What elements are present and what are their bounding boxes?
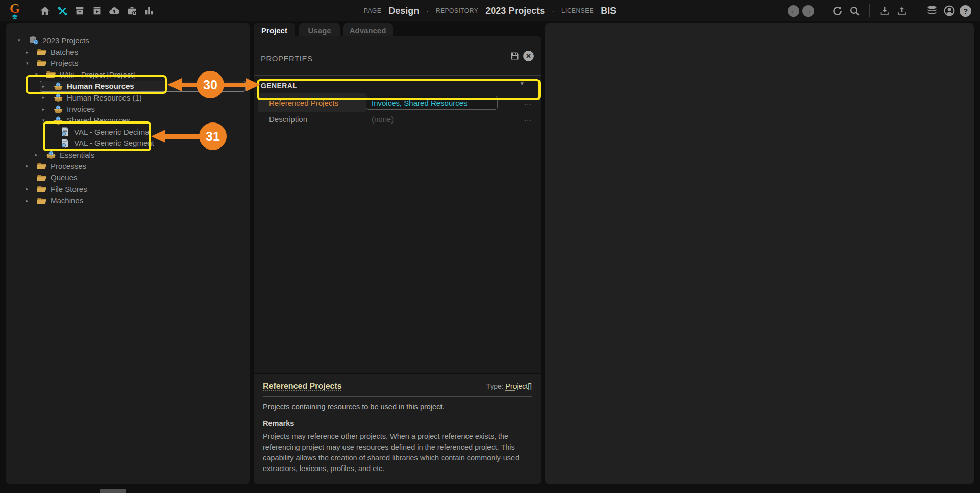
properties-actions: ✕ (509, 51, 534, 61)
home-button[interactable] (37, 3, 53, 18)
database-icon (926, 5, 938, 17)
expand-arrow[interactable]: ▸ (42, 95, 51, 100)
tree-item-label: File Stores (51, 185, 87, 193)
section-general[interactable]: GENERAL ▾ (261, 80, 534, 91)
tree-item-processes[interactable]: ▸ Processes (6, 160, 250, 171)
folder-icon (36, 58, 47, 68)
refresh-icon (831, 5, 843, 17)
back-button[interactable]: ← (788, 5, 799, 17)
properties-body: PROPERTIES ✕ GENERAL ▾ Reference (254, 36, 541, 484)
referenced-projects-value: Invoices, Shared Resources (372, 98, 468, 107)
help-type-label: Type: (486, 382, 504, 390)
stats-button[interactable] (141, 3, 157, 18)
tree-item-label: Batches (51, 47, 78, 56)
expand-arrow[interactable]: ▾ (18, 38, 26, 43)
folder-icon (36, 172, 47, 183)
expand-arrow[interactable]: ▾ (42, 118, 51, 123)
tree-item-label: 2023 Projects (42, 36, 89, 45)
folder-icon (36, 195, 47, 206)
properties-title: PROPERTIES (261, 54, 312, 63)
folder-icon (45, 69, 57, 80)
expand-arrow[interactable]: ▸ (26, 186, 34, 191)
tree-item-machines[interactable]: ▸ Machines (6, 194, 250, 206)
step-30-badge: 30 (197, 71, 224, 98)
search-button[interactable] (847, 3, 862, 18)
breadcrumb-dot2: · (552, 7, 554, 15)
expand-arrow[interactable]: ▸ (42, 107, 51, 112)
tab-project[interactable]: Project (254, 23, 295, 37)
help-divider (263, 396, 532, 397)
tab-advanced[interactable]: Advanced (343, 23, 393, 37)
expand-arrow[interactable]: ▸ (35, 152, 43, 157)
tree-item-batches[interactable]: ▸ Batches (6, 46, 250, 57)
user-button[interactable] (942, 3, 957, 18)
tree-item-label: Queues (51, 173, 78, 182)
expand-arrow[interactable]: ▸ (26, 198, 34, 203)
jobs-button[interactable] (124, 3, 139, 18)
tree-item-label: Wiki - Project [Project] (60, 70, 135, 79)
app-window: G (0, 0, 980, 493)
folder-icon (36, 184, 47, 194)
repository-label: REPOSITORY (436, 7, 478, 14)
help-type-link[interactable]: Project[] (506, 382, 532, 390)
briefcase-clock-icon (126, 5, 138, 17)
tree-item-essentials[interactable]: ▸ Essentials (6, 149, 250, 160)
refresh-button[interactable] (829, 3, 845, 18)
tree-item-queues[interactable]: Queues (6, 172, 250, 183)
project-box-icon (53, 92, 64, 103)
tab-usage[interactable]: Usage (299, 23, 340, 37)
tree-item-label: Invoices (67, 105, 95, 113)
expand-arrow[interactable]: ▾ (26, 61, 34, 66)
referenced-projects-input[interactable]: Invoices, Shared Resources (366, 96, 498, 110)
licensee-label: LICENSEE (561, 7, 594, 14)
forward-button[interactable]: → (802, 5, 814, 17)
expand-arrow[interactable]: ▸ (26, 50, 34, 55)
folder-icon (36, 161, 47, 171)
tree-item-projects[interactable]: ▾ Projects (6, 58, 250, 69)
content-panel (545, 23, 974, 484)
bottom-scrollbar-thumb[interactable] (100, 489, 126, 493)
ellipsis-button[interactable]: ... (524, 115, 532, 123)
download-button[interactable] (877, 3, 892, 18)
batches-button[interactable] (72, 3, 87, 18)
property-row-referenced-projects[interactable]: Referenced Projects Invoices, Shared Res… (258, 93, 537, 112)
cancel-button[interactable]: ✕ (523, 51, 534, 61)
tree-item-invoices[interactable]: ▸ Invoices (6, 103, 250, 114)
expand-arrow[interactable]: ▸ (42, 84, 51, 89)
upload-button[interactable] (894, 3, 910, 18)
help-type: Type: Project[] (486, 382, 532, 390)
help-button[interactable]: ? (960, 5, 971, 17)
expand-arrow[interactable]: ▾ (35, 72, 43, 77)
step-31-badge: 31 (199, 122, 227, 150)
page-value: Design (388, 6, 419, 16)
help-title-link[interactable]: Referenced Projects (263, 382, 342, 391)
data-type-icon (60, 138, 71, 149)
design-tools-button[interactable] (55, 3, 70, 18)
import-button[interactable] (107, 3, 122, 18)
download-icon (879, 5, 890, 16)
help-summary: Projects containing resources to be used… (263, 403, 532, 411)
licensee-value: BIS (601, 6, 616, 16)
toolbar-separator (30, 4, 30, 17)
help-remarks-text: Projects may reference other projects. W… (263, 431, 532, 474)
repositories-button[interactable] (924, 3, 940, 18)
tree-item-2023-projects[interactable]: ▾ 2023 Projects (6, 35, 250, 46)
run-batch-button[interactable] (89, 3, 105, 18)
context-breadcrumb: PAGE Design · REPOSITORY 2023 Projects ·… (364, 0, 617, 21)
cloud-upload-icon (108, 5, 120, 17)
data-type-icon (60, 127, 71, 137)
property-row-description[interactable]: Description (none) ... (258, 112, 537, 126)
tree-item-file-stores[interactable]: ▸ File Stores (6, 183, 250, 194)
ellipsis-button[interactable]: ... (524, 98, 532, 107)
collapse-chevron-icon[interactable]: ▾ (521, 80, 524, 87)
bar-chart-icon (143, 5, 155, 16)
expand-arrow[interactable]: ▸ (26, 163, 34, 168)
tree-item-label: Projects (51, 59, 78, 67)
logo-letter: G (10, 3, 20, 14)
tree-item-label: Human Resources (67, 82, 134, 90)
tree-item-label: Essentials (60, 151, 94, 159)
tree-item-label: Processes (51, 162, 86, 170)
box-play-icon (91, 5, 103, 16)
save-button[interactable] (509, 51, 520, 61)
properties-divider (254, 75, 541, 76)
